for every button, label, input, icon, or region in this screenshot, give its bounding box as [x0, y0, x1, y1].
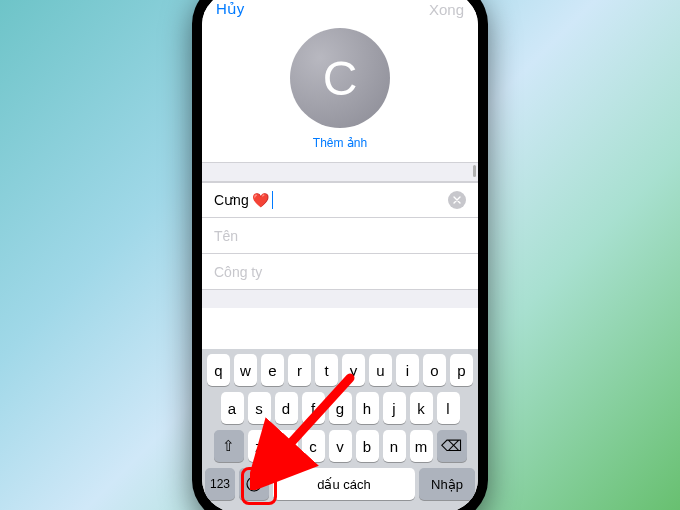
avatar-letter: C — [323, 51, 358, 106]
add-photo-link[interactable]: Thêm ảnh — [202, 136, 478, 150]
key-n[interactable]: n — [383, 430, 406, 462]
key-q[interactable]: q — [207, 354, 230, 386]
key-r[interactable]: r — [288, 354, 311, 386]
key-o[interactable]: o — [423, 354, 446, 386]
keyboard: q w e r t y u i o p a s d f g h j k l — [202, 349, 478, 510]
company-field[interactable]: Công ty — [202, 254, 478, 290]
return-key[interactable]: Nhập — [419, 468, 475, 500]
done-button: Xong — [429, 1, 464, 18]
key-d[interactable]: d — [275, 392, 298, 424]
numbers-key[interactable]: 123 — [205, 468, 235, 500]
text-cursor — [272, 191, 273, 209]
section-gap-2 — [202, 290, 478, 308]
section-gap — [202, 162, 478, 182]
key-t[interactable]: t — [315, 354, 338, 386]
contact-header: C Thêm ảnh — [202, 22, 478, 162]
backspace-key[interactable]: ⌫ — [437, 430, 467, 462]
key-g[interactable]: g — [329, 392, 352, 424]
key-j[interactable]: j — [383, 392, 406, 424]
heart-icon: ❤️ — [252, 192, 269, 208]
keyboard-row-4: 123 dấu cách Nhập — [205, 468, 475, 500]
clear-text-button[interactable] — [448, 191, 466, 209]
key-z[interactable]: z — [248, 430, 271, 462]
emoji-icon — [245, 475, 263, 493]
nav-bar: Hủy Xong — [202, 0, 478, 22]
scroll-indicator — [473, 165, 476, 177]
cancel-button[interactable]: Hủy — [216, 0, 244, 18]
key-a[interactable]: a — [221, 392, 244, 424]
svg-point-2 — [256, 481, 258, 483]
screen: Hủy Xong C Thêm ảnh Cưng ❤️ Tên — [202, 0, 478, 510]
key-c[interactable]: c — [302, 430, 325, 462]
key-l[interactable]: l — [437, 392, 460, 424]
first-name-field[interactable]: Cưng ❤️ — [202, 182, 478, 218]
key-f[interactable]: f — [302, 392, 325, 424]
key-p[interactable]: p — [450, 354, 473, 386]
key-y[interactable]: y — [342, 354, 365, 386]
keyboard-row-2: a s d f g h j k l — [205, 392, 475, 424]
contact-avatar[interactable]: C — [290, 28, 390, 128]
key-x[interactable]: x — [275, 430, 298, 462]
last-name-placeholder: Tên — [214, 228, 238, 244]
phone-frame: Hủy Xong C Thêm ảnh Cưng ❤️ Tên — [192, 0, 488, 510]
key-v[interactable]: v — [329, 430, 352, 462]
key-i[interactable]: i — [396, 354, 419, 386]
key-k[interactable]: k — [410, 392, 433, 424]
key-s[interactable]: s — [248, 392, 271, 424]
key-b[interactable]: b — [356, 430, 379, 462]
shift-key[interactable]: ⇧ — [214, 430, 244, 462]
emoji-key[interactable] — [239, 468, 269, 500]
key-u[interactable]: u — [369, 354, 392, 386]
last-name-field[interactable]: Tên — [202, 218, 478, 254]
key-m[interactable]: m — [410, 430, 433, 462]
first-name-value: Cưng ❤️ — [214, 191, 273, 209]
space-key[interactable]: dấu cách — [273, 468, 415, 500]
key-w[interactable]: w — [234, 354, 257, 386]
svg-point-1 — [251, 481, 253, 483]
keyboard-row-3: ⇧ z x c v b n m ⌫ — [205, 430, 475, 462]
key-e[interactable]: e — [261, 354, 284, 386]
keyboard-row-1: q w e r t y u i o p — [205, 354, 475, 386]
close-icon — [453, 196, 461, 204]
svg-point-0 — [247, 477, 261, 491]
key-h[interactable]: h — [356, 392, 379, 424]
company-placeholder: Công ty — [214, 264, 262, 280]
